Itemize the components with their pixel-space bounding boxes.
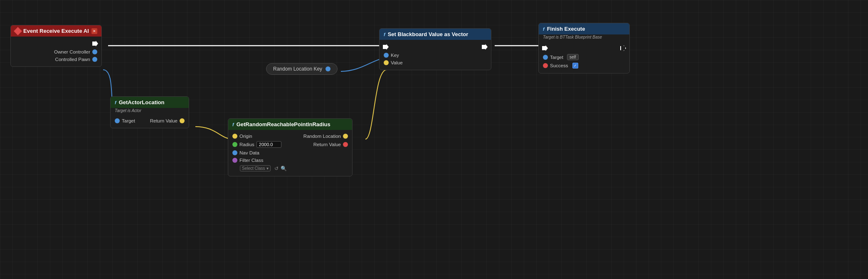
- func-icon-4: f: [543, 27, 545, 32]
- return-value-label: Return Value: [150, 118, 178, 123]
- set-blackboard-title: Set Blackboard Value as Vector: [388, 31, 469, 37]
- get-random-reachable-header: f GetRandomReachablePointInRadius: [228, 119, 352, 130]
- radius-input[interactable]: [256, 141, 281, 148]
- get-random-reachable-body: Origin Random Location Radius Return Val…: [228, 130, 352, 176]
- random-location-key-label: Random Location Key: [273, 66, 322, 72]
- target-label: Target: [122, 118, 135, 123]
- random-location-out-pin[interactable]: [343, 134, 348, 139]
- key-pin[interactable]: [384, 53, 389, 58]
- nav-data-pin[interactable]: [232, 150, 237, 155]
- radius-pin[interactable]: [232, 142, 237, 147]
- func-icon-3: f: [384, 32, 385, 37]
- reset-icon[interactable]: ↺: [274, 166, 279, 171]
- key-label: Key: [391, 53, 399, 58]
- close-button[interactable]: ✕: [91, 28, 97, 34]
- set-blackboard-body: Key Value: [380, 40, 491, 70]
- func-icon: f: [115, 100, 116, 105]
- finish-exec-in-out-row: [539, 44, 629, 53]
- origin-random-row: Origin Random Location: [228, 132, 352, 140]
- finish-exec-out-pin[interactable]: [620, 45, 626, 51]
- target-row: Target Return Value: [111, 117, 189, 125]
- return-value-label-2: Return Value: [313, 142, 341, 147]
- get-random-reachable-title: GetRandomReachablePointInRadius: [237, 121, 330, 127]
- select-class-dropdown[interactable]: Select Class ▾: [240, 165, 271, 171]
- random-location-label: Random Location: [303, 134, 341, 139]
- finish-target-row: Target self: [539, 53, 629, 61]
- success-row: Success ✓: [539, 61, 629, 70]
- finish-execute-header: f Finish Execute: [539, 23, 629, 34]
- get-actor-location-title: GetActorLocation: [119, 99, 165, 105]
- value-label: Value: [391, 60, 403, 65]
- return-value-pin[interactable]: [180, 118, 185, 123]
- exec-out-pin[interactable]: [92, 41, 98, 46]
- success-pin[interactable]: [543, 63, 548, 68]
- radius-label: Radius: [239, 142, 254, 147]
- owner-controller-pin[interactable]: [92, 49, 97, 54]
- filter-class-pin[interactable]: [232, 158, 237, 163]
- get-actor-location-subtitle: Target is Actor: [111, 108, 189, 115]
- finish-target-pin[interactable]: [543, 55, 548, 60]
- random-location-key-pin[interactable]: [326, 66, 330, 71]
- set-blackboard-node: f Set Blackboard Value as Vector Key Val…: [379, 28, 491, 70]
- finish-exec-in-pin[interactable]: [542, 45, 548, 51]
- self-badge: self: [567, 54, 579, 60]
- target-pin-in[interactable]: [115, 118, 120, 123]
- get-actor-location-node: f GetActorLocation Target is Actor Targe…: [110, 96, 189, 128]
- event-receive-node: Event Receive Execute AI ✕ Owner Control…: [10, 25, 102, 67]
- owner-controller-label: Owner Controller: [54, 49, 90, 54]
- success-checkbox[interactable]: ✓: [572, 63, 578, 69]
- controlled-pawn-row: Controlled Pawn: [11, 56, 101, 63]
- key-row: Key: [380, 51, 491, 59]
- random-location-key-node: Random Location Key: [266, 63, 338, 75]
- owner-controller-row: Owner Controller: [11, 48, 101, 56]
- event-receive-header: Event Receive Execute AI ✕: [11, 25, 101, 37]
- select-class-label: Select Class: [242, 166, 265, 171]
- exec-out-pin-2[interactable]: [482, 44, 488, 50]
- finish-execute-body: Target self Success ✓: [539, 41, 629, 73]
- nav-data-row: Nav Data: [228, 149, 352, 157]
- finish-execute-subtitle: Target is BTTask Blueprint Base: [539, 34, 629, 41]
- return-value-pin-2[interactable]: [343, 142, 348, 147]
- radius-row: Radius Return Value: [228, 140, 352, 149]
- controlled-pawn-label: Controlled Pawn: [55, 57, 90, 62]
- finish-target-label: Target: [550, 55, 563, 60]
- success-label: Success: [550, 63, 568, 68]
- set-blackboard-header: f Set Blackboard Value as Vector: [380, 29, 491, 40]
- finish-execute-node: f Finish Execute Target is BTTask Bluepr…: [538, 23, 630, 73]
- func-icon-2: f: [232, 122, 234, 127]
- finish-execute-title: Finish Execute: [547, 26, 585, 32]
- get-actor-location-body: Target Return Value: [111, 115, 189, 128]
- filter-class-label: Filter Class: [239, 158, 264, 163]
- search-icon[interactable]: 🔍: [281, 166, 287, 171]
- event-diamond-icon: [14, 27, 22, 35]
- exec-in-pin[interactable]: [383, 44, 389, 50]
- dropdown-arrow: ▾: [266, 166, 269, 171]
- exec-in-out-row: [380, 42, 491, 51]
- value-row: Value: [380, 59, 491, 66]
- controlled-pawn-pin[interactable]: [92, 57, 97, 62]
- origin-pin[interactable]: [232, 134, 237, 139]
- event-receive-title: Event Receive Execute AI: [23, 28, 89, 34]
- select-class-row: Select Class ▾ ↺ 🔍: [228, 164, 352, 173]
- origin-label: Origin: [239, 134, 252, 139]
- nav-data-label: Nav Data: [239, 150, 259, 155]
- value-pin[interactable]: [384, 60, 389, 65]
- exec-out-row: [11, 39, 101, 48]
- get-actor-location-header: f GetActorLocation: [111, 97, 189, 108]
- event-receive-body: Owner Controller Controlled Pawn: [11, 37, 101, 66]
- filter-class-row: Filter Class: [228, 157, 352, 164]
- get-random-reachable-node: f GetRandomReachablePointInRadius Origin…: [228, 118, 353, 176]
